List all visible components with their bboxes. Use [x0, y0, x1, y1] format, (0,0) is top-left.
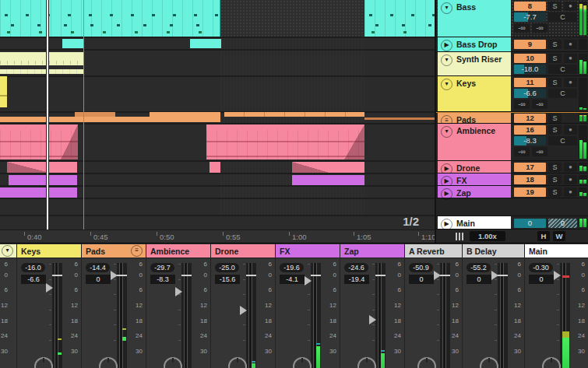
- clip-fx-2[interactable]: [292, 175, 364, 185]
- height-zoom-button[interactable]: H: [537, 231, 550, 241]
- time-ruler[interactable]: 0:40 0:45 0:50 0:55 1:00 1:05 1:10: [0, 230, 435, 243]
- track-header-keys[interactable]: ▾ Keys: [438, 76, 511, 111]
- peak-level[interactable]: -0.30: [529, 263, 553, 272]
- fader-handle[interactable]: [240, 306, 247, 315]
- send-b[interactable]: -∞: [532, 23, 548, 33]
- track-activator[interactable]: 12: [514, 114, 546, 123]
- clip-bassdrop-1[interactable]: [62, 39, 83, 48]
- width-zoom-button[interactable]: W: [553, 231, 565, 241]
- fader-handle[interactable]: [175, 287, 182, 296]
- clip-synthriser-2[interactable]: [0, 69, 83, 74]
- clip-ambience-2[interactable]: [206, 124, 364, 159]
- fader-value[interactable]: -15.6: [215, 275, 240, 284]
- pan-knob[interactable]: [542, 357, 561, 368]
- pan-control[interactable]: C: [548, 12, 577, 22]
- clip-drone-1[interactable]: [7, 162, 77, 173]
- pan-control[interactable]: C: [548, 89, 577, 98]
- send-b[interactable]: -∞: [532, 147, 548, 156]
- fader-handle[interactable]: [554, 271, 561, 280]
- track-activator[interactable]: 10: [514, 54, 546, 63]
- play-circle-icon[interactable]: ▶: [441, 219, 452, 230]
- fader-value[interactable]: -8.3: [150, 275, 175, 284]
- volume-fader[interactable]: [311, 263, 321, 368]
- track-header-synthriser[interactable]: ▾ Synth Riser: [438, 52, 511, 75]
- fader-handle[interactable]: [305, 276, 312, 286]
- arm-icon[interactable]: ●: [564, 2, 577, 11]
- solo-button[interactable]: S: [548, 78, 562, 87]
- fader-value[interactable]: -19.4: [344, 275, 369, 284]
- track-activator[interactable]: 11: [514, 78, 546, 87]
- arm-icon[interactable]: ●: [564, 40, 577, 49]
- solo-button[interactable]: S: [548, 2, 562, 11]
- clip-bass-1[interactable]: [0, 0, 220, 37]
- solo-button[interactable]: S: [548, 188, 562, 197]
- send-a[interactable]: -∞: [514, 23, 530, 33]
- pan-knob[interactable]: [99, 357, 118, 368]
- clip-fx-1[interactable]: [9, 175, 77, 185]
- solo-button[interactable]: S: [548, 114, 562, 123]
- fader-handle[interactable]: [491, 271, 498, 280]
- arrangement-area[interactable]: 1/2 0:40 0:45 0:50 0:55 1:00 1:05 1:10: [0, 0, 435, 243]
- peak-level[interactable]: -14.4: [86, 263, 110, 272]
- track-activator[interactable]: 19: [514, 188, 546, 197]
- edit-insert-marker[interactable]: [83, 0, 84, 230]
- solo-button[interactable]: S: [548, 175, 562, 184]
- track-activator[interactable]: 9: [514, 40, 546, 49]
- unfold-icon[interactable]: ▾: [441, 2, 452, 14]
- main-pan-slider[interactable]: 0: [548, 219, 577, 228]
- fader-handle[interactable]: [369, 315, 376, 324]
- track-header-ambience[interactable]: ▾ Ambience: [438, 124, 511, 160]
- fader-value[interactable]: -6.6: [21, 275, 46, 284]
- pan-knob[interactable]: [164, 357, 182, 368]
- pan-knob[interactable]: [480, 357, 498, 368]
- clip-keys-1[interactable]: [0, 76, 7, 107]
- arm-icon[interactable]: ●: [564, 54, 577, 63]
- solo-button[interactable]: S: [548, 125, 562, 135]
- clip-bassdrop-2[interactable]: [190, 39, 221, 48]
- track-header-pads[interactable]: ≡ Pads: [438, 113, 511, 123]
- volume-fader[interactable]: [181, 263, 192, 368]
- clip-bass-2[interactable]: [364, 0, 435, 37]
- send-b[interactable]: -∞: [532, 100, 548, 109]
- solo-button[interactable]: S: [548, 163, 562, 172]
- volume-fader[interactable]: [52, 263, 62, 368]
- pan-knob[interactable]: [417, 357, 436, 368]
- track-activator[interactable]: 18: [514, 175, 546, 184]
- fader-handle[interactable]: [434, 271, 441, 280]
- clip-pads-5[interactable]: [364, 117, 435, 120]
- play-circle-icon[interactable]: ▶: [441, 40, 452, 51]
- track-header-bass[interactable]: ▾ Bass: [438, 0, 511, 37]
- pan-knob[interactable]: [228, 357, 247, 368]
- unfold-icon[interactable]: ▾: [441, 54, 452, 66]
- pan-knob[interactable]: [34, 357, 53, 368]
- monitor-icon[interactable]: ●: [564, 175, 577, 184]
- peak-level[interactable]: -24.6: [344, 263, 368, 272]
- fader-value[interactable]: 0: [86, 275, 111, 284]
- arm-icon[interactable]: ●: [564, 78, 577, 87]
- send-a[interactable]: -∞: [514, 100, 530, 109]
- track-activator[interactable]: 17: [514, 163, 546, 172]
- main-volume-slider[interactable]: 0: [514, 219, 546, 228]
- volume-slider[interactable]: -6.6: [514, 89, 546, 98]
- peak-level[interactable]: -55.2: [467, 263, 491, 272]
- track-header-zap[interactable]: ▶ Zap: [438, 186, 511, 198]
- fader-value[interactable]: -4.1: [280, 275, 305, 284]
- solo-button[interactable]: S: [548, 54, 562, 63]
- fader-value[interactable]: 0: [529, 275, 554, 284]
- track-activator[interactable]: 8: [514, 2, 546, 11]
- volume-slider[interactable]: -18.0: [514, 65, 546, 74]
- clip-drone-3[interactable]: [292, 162, 364, 173]
- volume-fader[interactable]: [375, 263, 386, 368]
- fader-value[interactable]: 0: [467, 275, 491, 284]
- monitor-icon[interactable]: ●: [564, 125, 577, 135]
- pan-knob[interactable]: [357, 357, 376, 368]
- volume-fader[interactable]: [498, 263, 508, 368]
- track-header-bassdrop[interactable]: ▶ Bass Drop: [438, 37, 511, 51]
- audition-icon[interactable]: [456, 233, 465, 240]
- peak-level[interactable]: -25.0: [215, 263, 239, 272]
- clip-synthriser-1[interactable]: [0, 52, 83, 65]
- playback-speed[interactable]: 1.00x: [470, 231, 505, 241]
- volume-fader[interactable]: [117, 263, 127, 368]
- clip-pads-3[interactable]: [224, 112, 364, 117]
- volume-slider[interactable]: -7.7: [514, 12, 546, 22]
